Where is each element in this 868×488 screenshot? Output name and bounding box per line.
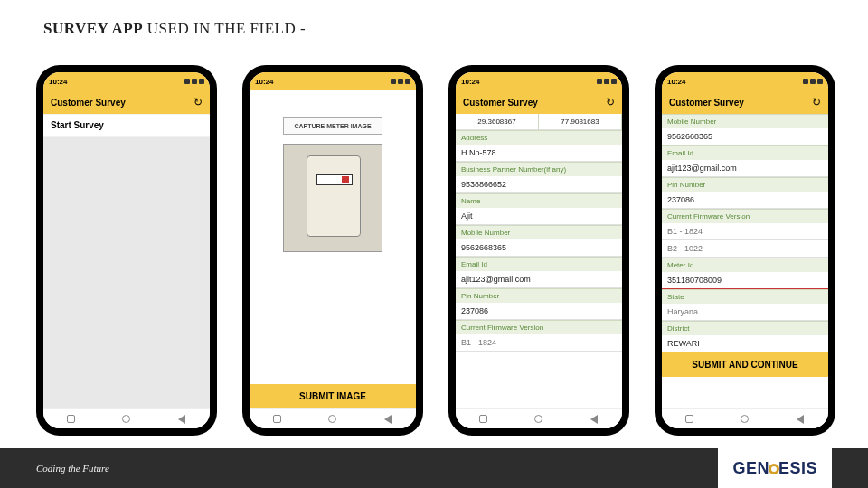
status-icons	[184, 79, 204, 84]
phone-row: 10:24 Customer Survey ↻ Start Survey 10:…	[36, 65, 835, 436]
mobile-label: Mobile Number	[456, 225, 622, 239]
home-icon[interactable]	[740, 414, 750, 425]
phone-1: 10:24 Customer Survey ↻ Start Survey	[36, 65, 217, 436]
email-field[interactable]: ajit123@gmail.com	[456, 271, 622, 288]
district-field[interactable]: REWARI	[662, 335, 828, 352]
start-survey-button[interactable]: Start Survey	[43, 115, 210, 136]
sync-icon[interactable]: ↻	[193, 96, 203, 108]
status-icons	[803, 79, 823, 84]
pin-field[interactable]: 237086	[662, 192, 828, 209]
back-icon[interactable]	[176, 414, 187, 425]
home-icon[interactable]	[327, 414, 338, 425]
home-icon[interactable]	[121, 414, 132, 425]
back-icon[interactable]	[589, 414, 599, 425]
recent-icon[interactable]	[478, 414, 489, 425]
meterid-label: Meter Id	[662, 258, 828, 272]
phone-2: 10:24 CAPTURE METER IMAGE SUBMIT IMAGE	[242, 65, 423, 436]
firmware-label: Current Firmware Version	[456, 320, 622, 334]
header-title: Customer Survey	[669, 98, 744, 108]
footer-bar: Coding the Future GENESIS	[0, 448, 868, 488]
status-time: 10:24	[255, 78, 273, 86]
longitude-field[interactable]: 77.9081683	[539, 114, 622, 130]
recent-icon[interactable]	[684, 414, 695, 425]
android-nav	[662, 408, 828, 428]
home-icon[interactable]	[533, 414, 544, 425]
android-nav	[250, 408, 416, 428]
screen-start: Start Survey	[43, 114, 210, 408]
bp-field[interactable]: 9538866652	[456, 176, 622, 193]
submit-continue-button[interactable]: SUBMIT AND CONTINUE	[662, 352, 828, 377]
email-label: Email Id	[662, 145, 828, 160]
firmware-b1: B1 - 1824	[662, 223, 828, 240]
meter-image	[283, 144, 382, 252]
phone-4: 10:24 Customer Survey ↻ Mobile Number 95…	[655, 65, 835, 436]
android-nav	[43, 408, 210, 428]
status-bar: 10:24	[250, 72, 416, 90]
recent-icon[interactable]	[272, 414, 283, 425]
mobile-label: Mobile Number	[662, 114, 828, 128]
status-bar: 10:24	[662, 72, 828, 90]
app-header: Customer Survey ↻	[662, 90, 828, 114]
footer-tagline: Coding the Future	[36, 463, 109, 474]
firmware-label: Current Firmware Version	[662, 209, 828, 223]
email-field[interactable]: ajit123@gmail.com	[662, 160, 828, 177]
pin-label: Pin Number	[662, 177, 828, 192]
mobile-field[interactable]: 9562668365	[662, 128, 828, 145]
app-header: Customer Survey ↻	[43, 90, 210, 114]
name-field[interactable]: Ajit	[456, 208, 622, 225]
capture-meter-button[interactable]: CAPTURE METER IMAGE	[283, 117, 382, 135]
app-header: Customer Survey ↻	[456, 90, 622, 114]
address-field[interactable]: H.No-578	[456, 145, 622, 162]
sync-icon[interactable]: ↻	[606, 96, 615, 108]
address-label: Address	[456, 130, 622, 145]
back-icon[interactable]	[795, 414, 806, 425]
back-icon[interactable]	[382, 414, 393, 425]
pin-label: Pin Number	[456, 288, 622, 303]
recent-icon[interactable]	[66, 414, 77, 425]
firmware-field: B1 - 1824	[456, 334, 622, 352]
name-label: Name	[456, 193, 622, 208]
latitude-field[interactable]: 29.3608367	[456, 114, 539, 130]
status-bar: 10:24	[456, 72, 622, 90]
header-title: Customer Survey	[51, 98, 126, 108]
submit-image-button[interactable]: SUBMIT IMAGE	[250, 384, 416, 408]
status-bar: 10:24	[43, 72, 210, 90]
logo: GENESIS	[718, 448, 832, 488]
page-title: SURVEY APP USED IN THE FIELD -	[43, 20, 306, 38]
meterid-field[interactable]: 351180708009	[662, 272, 828, 289]
pin-field[interactable]: 237086	[456, 303, 622, 320]
status-icons	[391, 79, 410, 84]
state-label: State	[662, 289, 828, 304]
sync-icon[interactable]: ↻	[812, 96, 821, 108]
mobile-field[interactable]: 9562668365	[456, 239, 622, 257]
email-label: Email Id	[456, 257, 622, 271]
phone-3: 10:24 Customer Survey ↻ 29.3608367 77.90…	[448, 65, 629, 436]
form-screen: 29.3608367 77.9081683 Address H.No-578 B…	[456, 114, 622, 408]
bp-label: Business Partner Number(if any)	[456, 162, 622, 176]
state-field[interactable]: Haryana	[662, 304, 828, 321]
android-nav	[456, 408, 622, 428]
status-time: 10:24	[667, 78, 685, 86]
firmware-b2: B2 - 1022	[662, 240, 828, 258]
header-title: Customer Survey	[463, 98, 538, 108]
status-time: 10:24	[49, 78, 67, 86]
form-screen-2: Mobile Number 9562668365 Email Id ajit12…	[662, 114, 828, 408]
district-label: District	[662, 321, 828, 335]
status-icons	[597, 79, 617, 84]
status-time: 10:24	[461, 78, 479, 86]
